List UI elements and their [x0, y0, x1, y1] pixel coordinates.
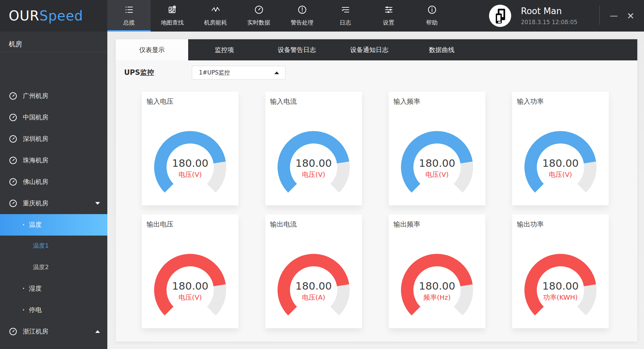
sidebar-subitem-temperature-2[interactable]: 温度2	[0, 256, 107, 278]
nav-item-energy[interactable]: 机房能耗	[194, 0, 237, 32]
tab-bar: 仪表显示 监控项 设备警告日志 设备通知日志 数据曲线	[116, 39, 637, 60]
user-name: Root Man	[521, 6, 562, 16]
nav-label: 日志	[340, 19, 351, 27]
nav-item-settings[interactable]: 设置	[367, 0, 410, 32]
bullet-icon: ·	[22, 286, 25, 292]
main-panel: 仪表显示 监控项 设备警告日志 设备通知日志 数据曲线 UPS监控 1#UPS监…	[116, 39, 637, 342]
help-info-icon	[427, 5, 437, 19]
logo-part-2: Speed	[40, 8, 83, 23]
nav-label: 地图查找	[161, 19, 184, 27]
user-profile[interactable]: Root Man 2018.3.15 12:08:05	[483, 0, 594, 32]
sidebar-item-label: 中国机房	[23, 113, 48, 122]
sidebar-subitem-humidity[interactable]: · 湿度	[0, 278, 107, 299]
sidebar-item-label: 温度1	[33, 242, 49, 250]
sidebar-item-label: 重庆机房	[23, 199, 48, 208]
gauge-value: 180.00	[265, 157, 362, 169]
gauge-unit: 电压(V)	[142, 170, 238, 179]
close-icon: ✕	[627, 11, 635, 21]
caret-up-icon	[274, 71, 279, 74]
sidebar-item-label: 停电	[29, 306, 42, 314]
nav-item-map-search[interactable]: 地图查找	[151, 0, 194, 32]
nav-item-help[interactable]: 帮助	[410, 0, 453, 32]
sidebar-item-changsha[interactable]: 长沙机房	[0, 342, 107, 349]
sidebar-title: 机房	[0, 32, 107, 52]
sidebar: 机房 广州机房 中国机房 深圳机房 珠海机房 佛山机房 重庆机房 · 温度 温度…	[0, 32, 107, 349]
settings-sliders-icon	[384, 5, 393, 19]
gauge-title: 输入电压	[147, 97, 173, 106]
sidebar-item-zhongguo[interactable]: 中国机房	[0, 107, 107, 128]
sidebar-item-zhuhai[interactable]: 珠海机房	[0, 150, 107, 171]
tab-gauge-display[interactable]: 仪表显示	[116, 39, 188, 60]
room-gauge-icon	[9, 135, 17, 143]
gauge-card-output-voltage: 输出电压 180.00 电压(V)	[142, 214, 238, 328]
user-avatar	[489, 5, 511, 27]
app-header: OURSpeed 总揽 地图查找 机房能耗 实时数据	[0, 0, 644, 32]
room-gauge-icon	[9, 156, 17, 165]
gauge-card-output-current: 输出电流 180.00 电压(A)	[265, 214, 362, 328]
bullet-icon: ·	[22, 222, 25, 228]
gauge-card-output-power: 输出功率 180.00 功率(KWH)	[512, 214, 609, 328]
room-gauge-icon	[9, 113, 17, 122]
sidebar-item-label: 广州机房	[23, 92, 48, 100]
gauge-card-input-voltage: 输入电压 180.00 电压(V)	[142, 92, 238, 205]
gauge-unit: 电压(V)	[512, 170, 609, 179]
gauge-unit: 电压(V)	[389, 170, 485, 179]
nav-label: 机房能耗	[204, 19, 227, 27]
tab-data-curve[interactable]: 数据曲线	[406, 39, 478, 60]
gauge-title: 输入频率	[393, 97, 420, 106]
gauge-value: 180.00	[142, 280, 238, 292]
app-logo: OURSpeed	[9, 0, 83, 32]
gauge-title: 输出功率	[517, 220, 544, 229]
gauge-card-input-current: 输入电流 180.00 电压(V)	[265, 92, 362, 205]
gauge-value: 180.00	[142, 157, 238, 169]
sidebar-item-shenzhen[interactable]: 深圳机房	[0, 128, 107, 150]
sidebar-item-chongqing[interactable]: 重庆机房	[0, 193, 107, 214]
tab-monitor-items[interactable]: 监控项	[188, 39, 261, 60]
chevron-up-icon	[95, 330, 100, 333]
sidebar-item-label: 温度2	[33, 263, 49, 271]
sidebar-subitem-temperature-1[interactable]: 温度1	[0, 235, 107, 256]
nav-label: 帮助	[426, 19, 438, 27]
gauge-unit: 电压(A)	[265, 293, 362, 302]
gauge-title: 输出电流	[270, 220, 297, 229]
nav-label: 警告处理	[291, 19, 314, 27]
gauge-title: 输入功率	[517, 97, 544, 106]
gauge-value: 180.00	[265, 280, 362, 292]
nav-item-realtime[interactable]: 实时数据	[237, 0, 280, 32]
nav-item-overview[interactable]: 总揽	[107, 0, 151, 32]
top-nav: 总揽 地图查找 机房能耗 实时数据 警告处理	[107, 0, 453, 32]
logo-part-1: OUR	[9, 8, 40, 23]
sidebar-subitem-power-outage[interactable]: · 停电	[0, 299, 107, 321]
sidebar-item-label: 浙江机房	[23, 327, 48, 336]
tab-device-alert-log[interactable]: 设备警告日志	[261, 39, 333, 60]
close-button[interactable]: ✕	[623, 0, 639, 32]
sidebar-item-guangzhou[interactable]: 广州机房	[0, 85, 107, 107]
map-search-icon	[168, 5, 177, 19]
nav-item-logs[interactable]: 日志	[324, 0, 367, 32]
room-gauge-icon	[9, 327, 17, 336]
room-gauge-icon	[9, 92, 17, 100]
tab-device-notice-log[interactable]: 设备通知日志	[333, 39, 406, 60]
sidebar-subitem-temperature[interactable]: · 温度	[0, 214, 107, 236]
alert-icon	[298, 5, 307, 19]
gauge-unit: 电压(V)	[142, 293, 238, 302]
sidebar-item-label: 温度	[29, 220, 42, 229]
sidebar-item-zhejiang[interactable]: 浙江机房	[0, 321, 107, 342]
sidebar-item-label: 佛山机房	[23, 178, 48, 186]
sidebar-item-label: 深圳机房	[23, 135, 48, 143]
ups-selector-dropdown[interactable]: 1#UPS监控	[192, 66, 285, 80]
section-label-ups: UPS监控	[124, 66, 154, 80]
gauge-value: 180.00	[512, 157, 609, 169]
realtime-gauge-icon	[254, 5, 264, 19]
gauge-card-output-frequency: 输出频率 180.00 频率(Hz)	[389, 214, 485, 328]
nav-label: 总揽	[123, 19, 135, 27]
sidebar-item-label: 湿度	[29, 284, 42, 293]
gauge-value: 180.00	[512, 280, 609, 292]
energy-pulse-icon	[211, 5, 220, 19]
gauge-card-input-power: 输入功率 180.00 电压(V)	[512, 92, 609, 205]
nav-item-alerts[interactable]: 警告处理	[280, 0, 324, 32]
sidebar-item-foshan[interactable]: 佛山机房	[0, 171, 107, 193]
minimize-button[interactable]: —	[606, 0, 622, 32]
gauge-title: 输出电压	[147, 220, 173, 229]
ups-selector-value: 1#UPS监控	[199, 69, 230, 77]
